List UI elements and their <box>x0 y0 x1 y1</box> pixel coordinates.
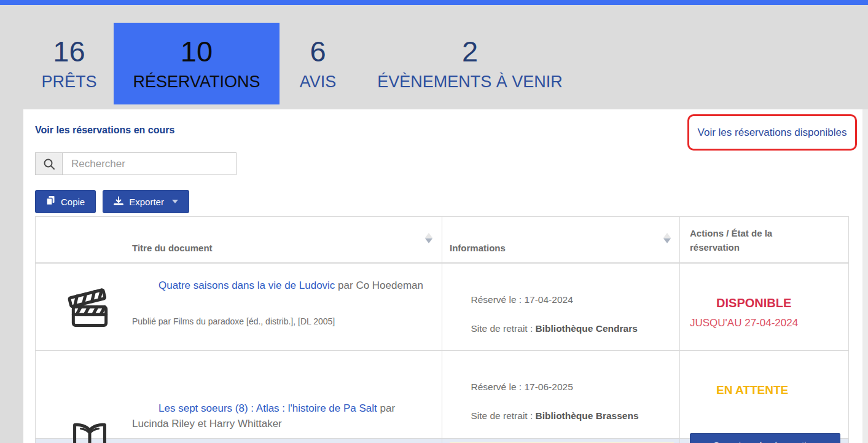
export-button-label: Exporter <box>129 197 164 207</box>
tab-avis[interactable]: 6 AVIS <box>280 23 356 104</box>
sort-icon[interactable] <box>663 233 671 243</box>
search-bar <box>35 152 237 175</box>
tab-prets-label: PRÊTS <box>41 72 96 92</box>
reserved-date: 17-04-2024 <box>524 294 573 305</box>
scrollbar-track[interactable] <box>862 109 868 443</box>
document-author: par Co Hoedeman <box>335 280 423 291</box>
tab-reservations-count: 10 <box>181 35 213 68</box>
reservations-panel: Voir les réservations en cours Voir les … <box>23 109 862 443</box>
tab-prets-count: 16 <box>53 35 85 68</box>
tab-evenements-label: ÉVÈNEMENTS À VENIR <box>377 72 563 92</box>
document-title-block: Quatre saisons dans la vie de Ludovic pa… <box>132 264 423 357</box>
reservation-status: DISPONIBLE JUSQU'AU 27-04-2024 <box>690 276 840 349</box>
tab-avis-label: AVIS <box>300 72 337 92</box>
table-row <box>36 438 848 443</box>
column-header-title[interactable]: Titre du document <box>36 217 442 262</box>
informations-cell: Réservé le : 17-04-2024 Site de retrait … <box>442 264 679 357</box>
download-icon <box>114 196 123 208</box>
search-input[interactable] <box>63 152 237 175</box>
pickup-label: Site de retrait : <box>471 410 535 421</box>
copy-icon <box>46 195 55 208</box>
tab-avis-count: 6 <box>310 35 326 68</box>
pickup-site: Bibliothèque Cendrars <box>536 323 638 334</box>
document-title-link[interactable]: Les sept soeurs (8) : Atlas : l'histoire… <box>158 402 377 414</box>
document-title-link[interactable]: Quatre saisons dans la vie de Ludovic <box>158 280 335 291</box>
annotation-highlight-box: Voir les réservations disponibles <box>687 114 857 151</box>
document-publisher: Publié par Films du paradoxe [éd., distr… <box>132 315 423 328</box>
status-badge: DISPONIBLE <box>716 296 791 310</box>
actions-cell: DISPONIBLE JUSQU'AU 27-04-2024 <box>679 264 850 357</box>
page-title: Voir les réservations en cours <box>35 125 174 136</box>
table-header-row: Titre du document Informations Actions /… <box>36 217 848 263</box>
column-header-actions: Actions / État de la réservation <box>679 217 850 262</box>
sort-icon[interactable] <box>425 233 432 243</box>
table-row: Quatre saisons dans la vie de Ludovic pa… <box>36 263 848 350</box>
reservation-status: EN ATTENTE <box>690 363 840 417</box>
actions-cell: EN ATTENTE Supprimer la réservation <box>679 351 850 443</box>
tab-reservations-label: RÉSERVATIONS <box>133 72 260 92</box>
export-button[interactable]: Exporter <box>103 190 189 213</box>
tab-evenements[interactable]: 2 ÉVÈNEMENTS À VENIR <box>356 23 584 104</box>
copy-button-label: Copie <box>61 197 85 207</box>
column-header-informations[interactable]: Informations <box>442 217 679 262</box>
status-badge: EN ATTENTE <box>716 383 788 396</box>
copy-button[interactable]: Copie <box>35 190 96 213</box>
top-accent-bar <box>0 0 868 5</box>
document-cell: Quatre saisons dans la vie de Ludovic pa… <box>36 264 442 357</box>
tab-prets[interactable]: 16 PRÊTS <box>25 23 114 104</box>
available-reservations-link[interactable]: Voir les réservations disponibles <box>698 127 847 139</box>
account-tabs: 16 PRÊTS 10 RÉSERVATIONS 6 AVIS 2 ÉVÈNEM… <box>25 23 584 104</box>
reserved-label: Réservé le : <box>471 382 524 392</box>
reserved-label: Réservé le : <box>471 294 524 305</box>
reserved-date: 17-06-2025 <box>524 382 573 392</box>
document-cell: Les sept soeurs (8) : Atlas : l'histoire… <box>36 351 442 443</box>
pickup-label: Site de retrait : <box>471 323 535 334</box>
tab-evenements-count: 2 <box>462 35 478 68</box>
export-toolbar: Copie Exporter <box>35 190 189 213</box>
informations-cell: Réservé le : 17-06-2025 Site de retrait … <box>442 351 679 443</box>
clapperboard-icon <box>65 286 114 335</box>
reservations-table: Titre du document Informations Actions /… <box>35 216 849 443</box>
search-icon <box>35 152 63 175</box>
pickup-site: Bibliothèque Brassens <box>536 410 639 421</box>
tab-reservations[interactable]: 10 RÉSERVATIONS <box>114 23 280 104</box>
table-row: Les sept soeurs (8) : Atlas : l'histoire… <box>36 350 848 438</box>
chevron-down-icon <box>172 200 178 203</box>
document-title-block: Les sept soeurs (8) : Atlas : l'histoire… <box>132 386 423 443</box>
